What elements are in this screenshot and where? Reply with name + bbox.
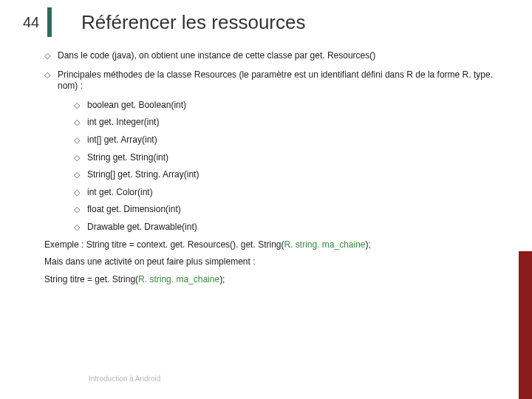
diamond-icon: ◇ <box>74 169 87 181</box>
example2-line: String titre = get. String(R. string. ma… <box>44 274 510 286</box>
slide-content: ◇ Dans le code (java), on obtient une in… <box>0 44 532 285</box>
sub-bullet-text: boolean get. Boolean(int) <box>87 100 510 112</box>
bullet-text: Principales méthodes de la classe Resour… <box>58 69 510 92</box>
note-line: Mais dans une activité on peut faire plu… <box>44 256 510 268</box>
sub-bullet-text: int[] get. Array(int) <box>87 134 510 146</box>
example-line: Exemple : String titre = context. get. R… <box>44 239 510 251</box>
accent-bar <box>519 251 532 399</box>
sub-bullet-item: ◇ String get. String(int) <box>74 152 510 164</box>
sub-bullet-item: ◇ int get. Integer(int) <box>74 117 510 129</box>
sub-bullet-item: ◇ String[] get. String. Array(int) <box>74 169 510 181</box>
diamond-icon: ◇ <box>74 187 87 199</box>
diamond-icon: ◇ <box>74 222 87 233</box>
sub-bullet-item: ◇ int[] get. Array(int) <box>74 134 510 146</box>
example2-suffix: ); <box>219 274 225 284</box>
sub-bullet-text: float get. Dimension(int) <box>87 204 510 216</box>
diamond-icon: ◇ <box>44 69 58 92</box>
sub-bullet-text: int get. Integer(int) <box>87 117 510 129</box>
bullet-text: Dans le code (java), on obtient une inst… <box>58 50 510 62</box>
sub-bullet-text: Drawable get. Drawable(int) <box>87 222 510 233</box>
diamond-icon: ◇ <box>74 204 87 216</box>
page-number: 44 <box>15 7 52 37</box>
diamond-icon: ◇ <box>74 134 87 146</box>
sub-bullet-text: int get. Color(int) <box>87 187 510 199</box>
diamond-icon: ◇ <box>74 152 87 164</box>
sub-bullet-text: String get. String(int) <box>87 152 510 164</box>
diamond-icon: ◇ <box>74 117 87 129</box>
bullet-item: ◇ Principales méthodes de la classe Reso… <box>44 69 510 92</box>
sub-bullet-item: ◇ boolean get. Boolean(int) <box>74 100 510 112</box>
footer-text: Introduction à Android <box>89 375 160 383</box>
diamond-icon: ◇ <box>74 100 87 112</box>
sub-bullet-item: ◇ int get. Color(int) <box>74 187 510 199</box>
sub-bullet-text: String[] get. String. Array(int) <box>87 169 510 181</box>
example2-resource: R. string. ma_chaine <box>138 274 219 284</box>
example2-prefix: String titre = get. String( <box>44 274 138 284</box>
example-prefix: Exemple : String titre = context. get. R… <box>44 239 284 250</box>
bullet-item: ◇ Dans le code (java), on obtient une in… <box>44 50 510 62</box>
sub-bullet-item: ◇ float get. Dimension(int) <box>74 204 510 216</box>
example-resource: R. string. ma_chaine <box>284 239 365 250</box>
sub-bullet-item: ◇ Drawable get. Drawable(int) <box>74 222 510 233</box>
slide-header: 44 Référencer les ressources <box>0 0 532 44</box>
example-suffix: ); <box>366 239 371 250</box>
diamond-icon: ◇ <box>44 50 58 62</box>
slide-title: Référencer les ressources <box>81 11 305 34</box>
